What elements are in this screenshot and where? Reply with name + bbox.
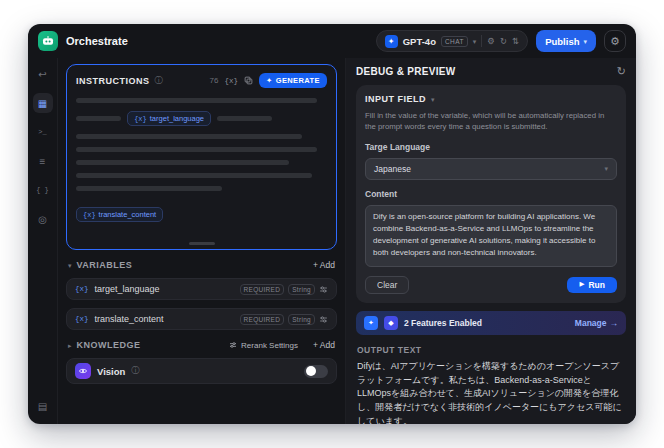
resize-handle[interactable] [189,242,215,245]
model-selector[interactable]: ✦ GPT-4o CHAT ▾ ⚙ ↻ ⇅ [376,30,528,52]
rerank-settings-button[interactable]: Rerank Settings [229,341,298,350]
refresh-icon[interactable]: ↻ [617,66,626,77]
text-line [76,186,222,191]
char-count: 76 [210,76,219,85]
vision-toggle[interactable] [304,365,328,378]
debug-preview-panel: DEBUG & PREVIEW ↻ INPUT FIELD ▾ Fill in … [346,58,636,424]
run-button[interactable]: ▶ Run [567,277,617,293]
manage-label: Manage [575,318,607,328]
required-badge: REQUIRED [240,284,285,295]
model-provider-icon: ✦ [385,35,398,48]
nav-orchestrate-icon[interactable]: ▦ [33,93,53,113]
left-nav-rail: ↩ ▦ >_ ≡ { } ◎ ▤ [28,58,58,424]
add-variable-button[interactable]: + Add [313,260,335,270]
output-section: OUTPUT TEXT Difyは、AIアプリケーションを構築するためのオープン… [356,343,626,424]
clear-button[interactable]: Clear [365,276,409,294]
output-title: OUTPUT TEXT [357,345,625,355]
nav-back-icon[interactable]: ↩ [33,64,53,84]
input-field-card: INPUT FIELD ▾ Fill in the value of the v… [356,85,626,303]
chevron-down-icon: ▾ [431,96,435,103]
knowledge-header: ▸ KNOWLEDGE Rerank Settings + Add [66,338,337,350]
feature-speech-icon: ◆ [384,316,398,330]
variable-glyph: {x} [83,211,96,219]
variable-settings-icon[interactable] [319,315,328,324]
copy-icon[interactable] [244,76,253,85]
variable-row-translate-content[interactable]: {x} translate_content REQUIRED String [66,308,337,330]
info-icon: ⓘ [155,77,163,85]
arrow-right-icon: → [610,318,619,328]
add-knowledge-button[interactable]: + Add [313,340,335,350]
insert-variable-icon[interactable]: {x} [224,77,238,85]
chevron-right-icon[interactable]: ▸ [68,342,72,349]
prompt-text-skeleton: {x} target_language {x} translate_conten… [76,98,327,222]
input-field-footer: Clear ▶ Run [365,276,617,294]
rerank-settings-label: Rerank Settings [241,341,298,350]
knowledge-title: KNOWLEDGE [77,340,141,350]
nav-prompt-icon[interactable]: >_ [33,122,53,142]
text-line [76,173,312,178]
text-line [217,116,272,121]
nav-logs-icon[interactable]: ≡ [33,151,53,171]
run-label: Run [588,280,605,290]
features-enabled-bar[interactable]: ✦ ◆ 2 Features Enabled Manage → [356,311,626,335]
model-history-icon[interactable]: ↻ [500,37,507,46]
nav-layout-icon[interactable]: ▤ [33,396,53,416]
variable-tag-label: translate_content [99,210,157,219]
chevron-down-icon: ▾ [473,38,477,45]
vision-eye-icon [75,363,91,379]
variable-glyph: {x} [75,315,89,323]
features-enabled-label: 2 Features Enabled [404,318,482,328]
text-line [76,147,317,152]
variable-glyph: {x} [75,285,89,293]
input-field-header[interactable]: INPUT FIELD ▾ [365,94,617,104]
nav-api-icon[interactable]: { } [33,180,53,200]
target-language-select[interactable]: Japanese ▾ [365,158,617,180]
type-badge: String [288,314,315,325]
app-window: Orchestrate ✦ GPT-4o CHAT ▾ ⚙ ↻ ⇅ Publis… [28,24,636,424]
nav-annotation-icon[interactable]: ◎ [33,209,53,229]
model-mode-badge: CHAT [441,36,468,47]
publish-button[interactable]: Publish ▾ [536,30,596,52]
top-bar: Orchestrate ✦ GPT-4o CHAT ▾ ⚙ ↻ ⇅ Publis… [28,24,636,58]
instructions-header: INSTRUCTIONS ⓘ 76 {x} ✦ [76,73,327,88]
text-line [76,98,317,103]
model-more-icon[interactable]: ⇅ [512,37,519,46]
content-textarea[interactable]: Dify is an open-source platform for buil… [365,205,617,267]
variable-tag-translate-content[interactable]: {x} translate_content [76,207,163,222]
input-field-title: INPUT FIELD [365,94,426,104]
target-language-value: Japanese [374,164,411,174]
variable-tag-label: target_language [150,114,204,123]
app-settings-button[interactable]: ⚙ [604,30,626,52]
sparkle-icon: ✦ [266,76,273,85]
type-badge: String [288,284,315,295]
text-line [76,134,302,139]
variable-tag-target-language[interactable]: {x} target_language [127,111,211,126]
vision-label: Vision [97,366,125,377]
app-logo-icon [38,31,58,51]
instructions-title: INSTRUCTIONS [76,76,150,86]
generate-label: GENERATE [276,76,320,85]
model-settings-icon[interactable]: ⚙ [487,37,495,46]
text-line [76,160,289,165]
chevron-down-icon[interactable]: ▾ [68,262,72,269]
target-language-label: Targe Language [365,142,617,152]
debug-header: DEBUG & PREVIEW ↻ [356,66,626,77]
required-badge: REQUIRED [240,314,285,325]
generate-button[interactable]: ✦ GENERATE [259,73,327,88]
variable-row-target-language[interactable]: {x} target_language REQUIRED String [66,278,337,300]
manage-features-button[interactable]: Manage → [575,318,618,328]
instructions-editor[interactable]: INSTRUCTIONS ⓘ 76 {x} ✦ [66,64,337,250]
debug-title: DEBUG & PREVIEW [356,66,456,77]
orchestrate-panel: INSTRUCTIONS ⓘ 76 {x} ✦ [58,58,346,424]
variable-settings-icon[interactable] [319,285,328,294]
model-name: GPT-4o [403,36,436,47]
variables-title: VARIABLES [77,260,133,270]
text-line [76,116,121,121]
variable-name: target_language [95,284,160,294]
main-area: ↩ ▦ >_ ≡ { } ◎ ▤ INSTRUCTIONS ⓘ 76 {x} [28,58,636,424]
content-label: Content [365,189,617,199]
variables-header: ▾ VARIABLES + Add [66,258,337,270]
feature-citation-icon: ✦ [364,316,378,330]
output-text: Difyは、AIアプリケーションを構築するためのオープンソースプラットフォームで… [357,360,625,424]
vision-feature-row: Vision ⓘ [66,358,337,384]
